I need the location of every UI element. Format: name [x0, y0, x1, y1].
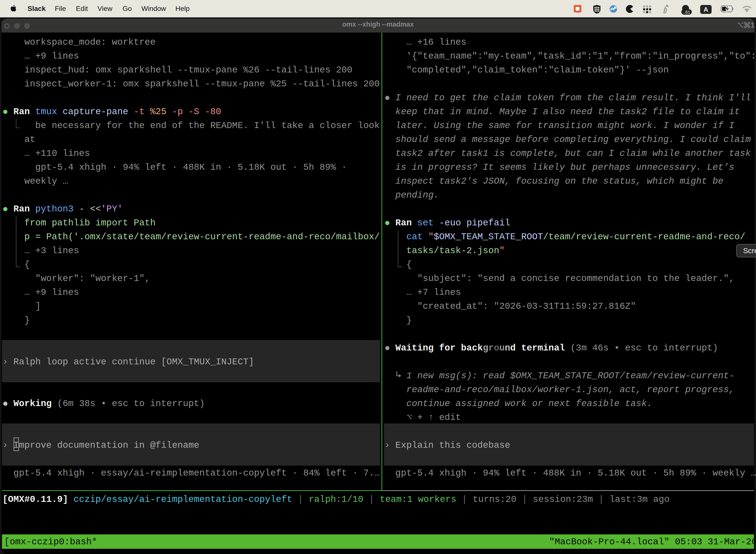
- svg-text:..61: ..61: [683, 10, 690, 15]
- svg-text:A: A: [704, 6, 708, 13]
